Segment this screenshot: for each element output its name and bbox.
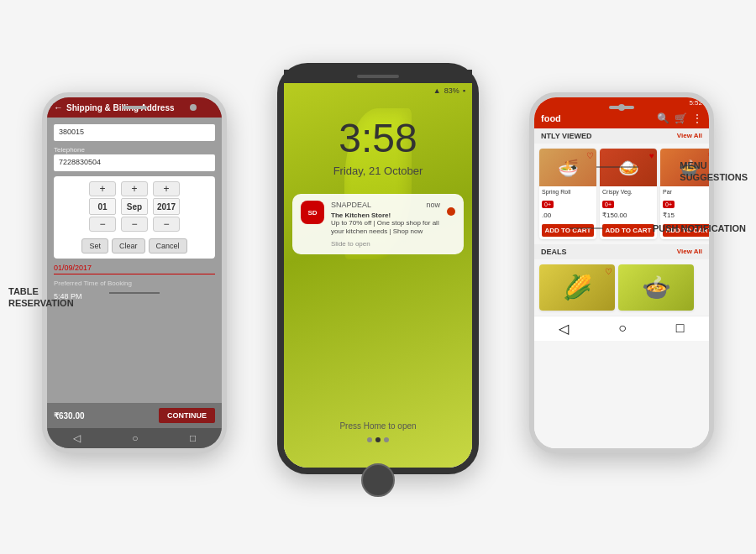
menu-suggestions-text: MENUSUGGESTIONS <box>680 159 748 184</box>
zip-code-field[interactable]: 380015 <box>54 124 215 141</box>
home-button[interactable] <box>361 463 395 497</box>
day-decrement[interactable]: − <box>89 217 116 232</box>
right-nav-home[interactable]: ○ <box>618 321 627 337</box>
day-value: 01 <box>89 198 116 215</box>
phone-center: ▲ 83% ▪ 3:58 Friday, 21 October SD SNAPD… <box>277 63 479 474</box>
clear-button[interactable]: Clear <box>112 238 145 253</box>
lock-status-bar: ▲ 83% ▪ <box>284 83 472 98</box>
right-nav-bar: ◁ ○ □ <box>534 316 709 341</box>
notification-content: SNAPDEAL now The Kitchen Store! Up to 70… <box>331 201 440 248</box>
set-button[interactable]: Set <box>81 238 108 253</box>
view-all-link[interactable]: View All <box>677 132 702 140</box>
push-notification-callout: PUSH NOTIFICATION <box>653 222 746 234</box>
add-to-cart-2[interactable]: ADD TO CART <box>602 224 654 237</box>
center-speaker <box>357 75 399 78</box>
left-header-title: Shipping & Billing Address <box>66 103 175 112</box>
month-decrement[interactable]: − <box>121 217 148 232</box>
phone-left: ← Shipping & Billing Address 380015 Tele… <box>42 92 227 453</box>
day-increment[interactable]: + <box>89 181 116 196</box>
recently-viewed-header: NTLY VIEWED View All <box>534 128 709 144</box>
dot-1 <box>367 437 372 442</box>
right-status-time: 5:52 <box>689 99 702 107</box>
notification-card[interactable]: SD SNAPDEAL now The Kitchen Store! Up to… <box>292 194 464 254</box>
lock-date: Friday, 21 October <box>284 165 472 177</box>
add-to-cart-1[interactable]: ADD TO CART <box>542 224 594 237</box>
food-price-3: ₹15 <box>663 212 709 219</box>
month-increment[interactable]: + <box>121 181 148 196</box>
scene: ← Shipping & Billing Address 380015 Tele… <box>0 0 756 554</box>
table-reservation-callout: TABLERESERVATION <box>8 285 74 310</box>
deal-card-2: 🍲 <box>618 264 694 311</box>
notification-slide: Slide to open <box>331 240 440 248</box>
food-name-3: Par <box>663 189 709 195</box>
date-picker: + 01 − + Sep − + 2017 − <box>54 176 215 259</box>
food-card-1-body: Spring Roll 0+ .00 <box>539 186 596 222</box>
food-name-1: Spring Roll <box>542 189 594 195</box>
right-nav-recent[interactable]: □ <box>676 321 685 337</box>
food-card-3-body: Par 0+ ₹15 <box>660 186 709 222</box>
press-home-text: Press Home to open <box>284 421 472 431</box>
telephone-label: Telephone <box>54 146 215 154</box>
right-camera <box>618 104 625 111</box>
nav-home-icon[interactable]: ○ <box>132 432 138 444</box>
day-col: + 01 − <box>89 181 116 232</box>
telephone-section: Telephone 7228830504 <box>54 146 215 171</box>
continue-button[interactable]: CONTINUE <box>159 408 215 423</box>
signal-icon: ▲ <box>433 86 441 95</box>
deals-view-all[interactable]: View All <box>677 248 702 256</box>
right-top-bar: food 🔍 🛒 ⋮ <box>534 108 709 128</box>
food-price-2: ₹150.00 <box>602 212 654 219</box>
price-label: ₹630.00 <box>54 411 85 421</box>
left-nav-bar: ◁ ○ □ <box>47 428 222 448</box>
battery-level: 83% <box>444 86 459 95</box>
right-nav-back[interactable]: ◁ <box>559 321 569 337</box>
center-notch <box>284 70 472 83</box>
deal-image-2: 🍲 <box>618 264 694 311</box>
recently-viewed-label: NTLY VIEWED <box>541 132 592 140</box>
deal-image-1: 🌽 ♡ <box>539 264 615 311</box>
nav-back-icon[interactable]: ◁ <box>73 432 81 444</box>
heart-icon-1[interactable]: ♡ <box>586 151 594 160</box>
food-name-2: Crispy Veg. <box>602 189 654 195</box>
year-col: + 2017 − <box>153 181 180 232</box>
cart-icon[interactable]: 🛒 <box>675 112 687 124</box>
lock-time: 3:58 <box>284 115 472 161</box>
food-card-1: 🍜 ♡ Spring Roll 0+ .00 ADD TO CART <box>539 149 596 239</box>
month-col: + Sep − <box>121 181 148 232</box>
left-bottom-bar: ₹630.00 CONTINUE <box>47 403 222 428</box>
nav-recent-icon[interactable]: □ <box>190 432 196 444</box>
dot-3 <box>384 437 389 442</box>
telephone-field[interactable]: 7228830504 <box>54 154 215 171</box>
food-badge-1: 0+ <box>542 201 554 208</box>
search-icon[interactable]: 🔍 <box>657 112 669 124</box>
food-badge-3: 0+ <box>663 201 675 208</box>
dot-2 <box>375 437 381 442</box>
food-image-1: 🍜 ♡ <box>539 149 596 186</box>
snapdeal-icon: SD <box>301 201 324 224</box>
app-title: food <box>541 113 561 123</box>
deal-heart-1[interactable]: ♡ <box>605 267 612 276</box>
back-arrow-icon[interactable]: ← <box>54 102 63 112</box>
push-notification-text: PUSH NOTIFICATION <box>653 222 746 234</box>
deals-cards-row: 🌽 ♡ 🍲 <box>534 259 709 316</box>
right-top-icons: 🔍 🛒 ⋮ <box>657 112 702 124</box>
notification-title: The Kitchen Store! <box>331 212 440 219</box>
date-actions: Set Clear Cancel <box>81 238 186 253</box>
food-card-2-body: Crispy Veg. 0+ ₹150.00 <box>600 186 657 222</box>
more-icon[interactable]: ⋮ <box>692 112 702 124</box>
date-picker-row: + 01 − + Sep − + 2017 − <box>89 181 180 232</box>
battery-icon: ▪ <box>463 86 465 95</box>
year-value: 2017 <box>153 198 180 215</box>
heart-icon-2[interactable]: ♥ <box>649 151 654 160</box>
phone-right: 5:52 food 🔍 🛒 ⋮ NTLY VIEWED View All 🍜 <box>529 92 714 453</box>
right-screen: 5:52 food 🔍 🛒 ⋮ NTLY VIEWED View All 🍜 <box>534 97 709 448</box>
left-camera <box>190 104 197 111</box>
food-card-2: 🍛 ♥ Crispy Veg. 0+ ₹150.00 ADD TO CART <box>600 149 657 239</box>
notification-dot <box>447 207 455 216</box>
notification-app-name: SNAPDEAL <box>331 201 371 209</box>
left-screen: ← Shipping & Billing Address 380015 Tele… <box>47 97 222 448</box>
cancel-button[interactable]: Cancel <box>149 238 187 253</box>
year-decrement[interactable]: − <box>153 217 180 232</box>
year-increment[interactable]: + <box>153 181 180 196</box>
reservation-date: 01/09/2017 <box>54 264 215 274</box>
